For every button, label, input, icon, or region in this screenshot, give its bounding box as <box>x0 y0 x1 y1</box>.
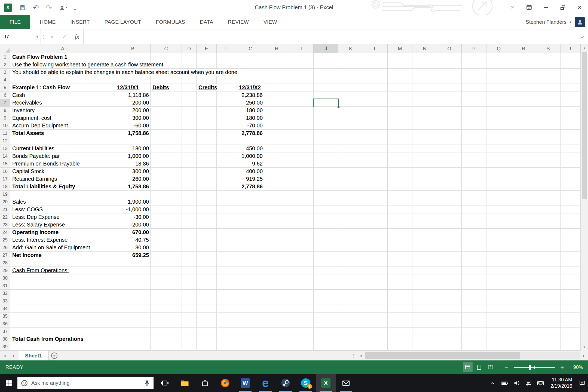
minimize-button[interactable] <box>537 0 554 15</box>
cell-D10[interactable] <box>182 122 197 130</box>
cell-C5[interactable]: Debits <box>151 84 182 91</box>
cell-B11[interactable]: 1,758.86 <box>115 130 151 137</box>
cell-R24[interactable] <box>511 229 536 236</box>
cell-E32[interactable] <box>197 290 217 297</box>
steam-button[interactable] <box>275 374 296 392</box>
column-header-S[interactable]: S <box>536 44 561 53</box>
cell-G38[interactable] <box>237 335 264 343</box>
cell-G20[interactable] <box>237 198 264 206</box>
cell-H19[interactable] <box>264 191 289 198</box>
row-header-39[interactable]: 39 <box>0 343 10 351</box>
row-header-12[interactable]: 12 <box>0 137 10 145</box>
cell-G9[interactable]: 180.00 <box>237 114 264 122</box>
cell-O1[interactable] <box>437 53 462 61</box>
cell-H9[interactable] <box>264 114 289 122</box>
cell-C39[interactable] <box>151 343 182 351</box>
cell-A15[interactable]: Premium on Bonds Payable <box>10 160 115 168</box>
column-header-D[interactable]: D <box>182 44 197 53</box>
cell-I30[interactable] <box>289 274 314 282</box>
cell-E24[interactable] <box>197 229 217 236</box>
cell-B27[interactable]: 659.25 <box>115 252 151 259</box>
cell-T35[interactable] <box>561 313 581 320</box>
cell-A17[interactable]: Retained Earnings <box>10 175 115 183</box>
cell-F7[interactable] <box>217 99 237 107</box>
cell-R3[interactable] <box>511 69 536 76</box>
word-button[interactable]: W <box>235 374 255 392</box>
cell-P22[interactable] <box>462 213 486 221</box>
cell-T36[interactable] <box>561 320 581 328</box>
cell-G22[interactable] <box>237 213 264 221</box>
cell-L32[interactable] <box>363 290 388 297</box>
cell-E8[interactable] <box>197 107 217 114</box>
cell-D37[interactable] <box>182 328 197 335</box>
cell-O34[interactable] <box>437 305 462 313</box>
cell-C26[interactable] <box>151 244 182 252</box>
cell-A11[interactable]: Total Assets <box>10 130 115 137</box>
cell-B13[interactable]: 180.00 <box>115 145 151 152</box>
cell-P37[interactable] <box>462 328 486 335</box>
cell-M31[interactable] <box>388 282 412 290</box>
cell-O35[interactable] <box>437 313 462 320</box>
cell-A23[interactable]: Less: Salary Expense <box>10 221 115 229</box>
cell-N23[interactable] <box>412 221 437 229</box>
cell-K2[interactable] <box>338 61 363 69</box>
cell-R14[interactable] <box>511 152 536 160</box>
cell-R15[interactable] <box>511 160 536 168</box>
cell-K14[interactable] <box>338 152 363 160</box>
cell-C31[interactable] <box>151 282 182 290</box>
cell-K20[interactable] <box>338 198 363 206</box>
cell-O37[interactable] <box>437 328 462 335</box>
cell-G29[interactable] <box>237 267 264 274</box>
cell-H15[interactable] <box>264 160 289 168</box>
cell-N11[interactable] <box>412 130 437 137</box>
cell-F10[interactable] <box>217 122 237 130</box>
cell-C34[interactable] <box>151 305 182 313</box>
cell-M27[interactable] <box>388 252 412 259</box>
cell-G4[interactable] <box>237 76 264 84</box>
cell-R38[interactable] <box>511 335 536 343</box>
cell-K29[interactable] <box>338 267 363 274</box>
cell-T39[interactable] <box>561 343 581 351</box>
cell-T13[interactable] <box>561 145 581 152</box>
cell-M28[interactable] <box>388 259 412 267</box>
cell-M3[interactable] <box>388 69 412 76</box>
cell-I39[interactable] <box>289 343 314 351</box>
cell-C6[interactable] <box>151 91 182 99</box>
cell-E9[interactable] <box>197 114 217 122</box>
cell-G24[interactable] <box>237 229 264 236</box>
cell-O9[interactable] <box>437 114 462 122</box>
cell-I18[interactable] <box>289 183 314 191</box>
cell-E16[interactable] <box>197 168 217 175</box>
cell-I20[interactable] <box>289 198 314 206</box>
cell-C27[interactable] <box>151 252 182 259</box>
cell-R20[interactable] <box>511 198 536 206</box>
cell-P19[interactable] <box>462 191 486 198</box>
cell-L33[interactable] <box>363 297 388 305</box>
cell-R29[interactable] <box>511 267 536 274</box>
cell-R22[interactable] <box>511 213 536 221</box>
cell-K3[interactable] <box>338 69 363 76</box>
cell-M21[interactable] <box>388 206 412 213</box>
cell-P18[interactable] <box>462 183 486 191</box>
cell-M36[interactable] <box>388 320 412 328</box>
cell-T37[interactable] <box>561 328 581 335</box>
cell-D7[interactable] <box>182 99 197 107</box>
cell-Q17[interactable] <box>486 175 511 183</box>
column-header-C[interactable]: C <box>151 44 182 53</box>
cell-G23[interactable] <box>237 221 264 229</box>
cell-D5[interactable] <box>182 84 197 91</box>
cell-S8[interactable] <box>536 107 561 114</box>
cell-S24[interactable] <box>536 229 561 236</box>
cell-D31[interactable] <box>182 282 197 290</box>
cell-J10[interactable] <box>314 122 338 130</box>
cell-C19[interactable] <box>151 191 182 198</box>
cell-T28[interactable] <box>561 259 581 267</box>
cell-J36[interactable] <box>314 320 338 328</box>
cell-Q15[interactable] <box>486 160 511 168</box>
cell-J32[interactable] <box>314 290 338 297</box>
cell-K12[interactable] <box>338 137 363 145</box>
cell-A10[interactable]: Accum Dep Equipment <box>10 122 115 130</box>
cell-J17[interactable] <box>314 175 338 183</box>
cell-C29[interactable] <box>151 267 182 274</box>
cell-S37[interactable] <box>536 328 561 335</box>
